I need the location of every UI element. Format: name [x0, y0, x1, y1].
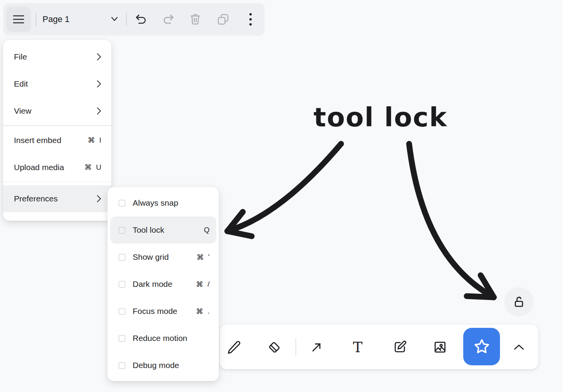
menu-divider: [3, 125, 111, 126]
menu-item-label: Focus mode: [133, 307, 177, 316]
menu-item-dark-mode[interactable]: Dark mode ⌘/: [107, 271, 219, 298]
menu-item-label: View: [14, 106, 31, 116]
tools-toolbar: T: [220, 325, 538, 369]
menu-item-label: Reduce motion: [133, 334, 187, 343]
pencil-icon: [227, 340, 241, 355]
chevron-right-icon: [97, 53, 101, 61]
edit-square-icon: [392, 340, 407, 355]
menu-item-insert-embed[interactable]: Insert embed ⌘I: [3, 127, 111, 154]
menu-item-file[interactable]: File: [3, 43, 111, 70]
menu-item-view[interactable]: View: [3, 97, 111, 124]
chevron-up-icon: [513, 344, 525, 351]
unlocked-padlock-icon: [512, 295, 525, 308]
toolbar-divider: [126, 12, 127, 26]
delete-button[interactable]: [186, 10, 205, 29]
tool-text[interactable]: T: [349, 339, 366, 356]
menu-item-label: Upload media: [14, 163, 64, 172]
tool-eraser[interactable]: [266, 339, 283, 356]
image-icon: [433, 340, 447, 355]
shortcut: ⌘': [196, 253, 210, 262]
menu-item-label: Dark mode: [133, 280, 172, 289]
shortcut: ⌘I: [88, 136, 101, 145]
drawn-text-tool-lock[interactable]: tool lock: [305, 100, 456, 135]
menu-item-tool-lock[interactable]: Tool lock Q: [110, 216, 216, 244]
copy-icon: [217, 13, 229, 26]
checkbox-icon: [119, 281, 125, 288]
menu-item-label: Preferences: [14, 194, 58, 203]
checkbox-icon: [119, 227, 125, 233]
menu-item-edit[interactable]: Edit: [3, 70, 111, 97]
menu-item-preferences[interactable]: Preferences: [3, 185, 111, 212]
menu-item-label: Show grid: [133, 252, 169, 262]
main-menu-button[interactable]: [6, 7, 31, 32]
menu-divider: [3, 182, 111, 182]
page-name: Page 1: [43, 14, 70, 24]
shortcut: Q: [204, 226, 210, 234]
shortcut: ⌘U: [84, 163, 101, 172]
trash-icon: [189, 13, 201, 26]
menu-item-always-snap[interactable]: Always snap: [107, 189, 219, 216]
redo-button[interactable]: [159, 10, 177, 29]
menu-item-label: Always snap: [133, 198, 178, 208]
star-icon: [473, 337, 491, 356]
duplicate-button[interactable]: [214, 10, 232, 29]
tool-draw[interactable]: [225, 339, 242, 356]
tool-arrow[interactable]: [308, 339, 325, 356]
checkbox-icon: [119, 335, 125, 342]
shortcut: ⌘.: [196, 307, 210, 316]
preferences-submenu: Always snap Tool lock Q Show grid ⌘' Dar…: [107, 187, 219, 381]
toolbar-divider: [36, 12, 36, 26]
redo-arrow-icon: [162, 14, 174, 25]
checkbox-icon: [119, 200, 125, 206]
shortcut: ⌘/: [196, 280, 210, 289]
menu-item-label: Insert embed: [14, 136, 61, 145]
undo-button[interactable]: [132, 10, 150, 29]
chevron-right-icon: [97, 107, 101, 115]
menu-item-label: Edit: [14, 79, 28, 89]
more-options-button[interactable]: [241, 10, 260, 29]
checkbox-icon: [119, 254, 125, 261]
arrow-up-right-icon: [310, 340, 324, 354]
menu-item-label: Debug mode: [133, 361, 179, 370]
menu-item-show-grid[interactable]: Show grid ⌘': [107, 244, 219, 271]
menu-item-label: File: [14, 52, 27, 61]
checkbox-icon: [119, 362, 125, 369]
chevron-down-icon: [111, 16, 118, 22]
checkbox-icon: [119, 308, 125, 315]
undo-arrow-icon: [135, 14, 147, 25]
menu-item-upload-media[interactable]: Upload media ⌘U: [3, 154, 111, 181]
more-tools-button[interactable]: [510, 339, 527, 356]
tool-star-selected[interactable]: [463, 328, 500, 365]
menu-item-debug-mode[interactable]: Debug mode: [107, 352, 219, 379]
chevron-right-icon: [97, 195, 101, 203]
dots-vertical-icon: [249, 13, 252, 26]
main-menu-dropdown: File Edit View Insert embed ⌘I Upload me…: [3, 40, 111, 221]
tool-image[interactable]: [432, 339, 449, 356]
chevron-right-icon: [97, 80, 101, 88]
hamburger-icon: [13, 15, 24, 24]
menu-item-focus-mode[interactable]: Focus mode ⌘.: [107, 298, 219, 325]
toolbar-divider: [295, 338, 296, 356]
page-menu-button[interactable]: Page 1: [38, 7, 123, 32]
tool-note[interactable]: [391, 339, 408, 356]
letter-T-icon: T: [353, 340, 363, 355]
eraser-icon: [267, 340, 282, 355]
tool-lock-toggle-button[interactable]: [504, 287, 534, 317]
menu-item-label: Tool lock: [133, 225, 164, 235]
menu-item-reduce-motion[interactable]: Reduce motion: [107, 325, 219, 352]
top-toolbar: Page 1: [3, 3, 264, 36]
